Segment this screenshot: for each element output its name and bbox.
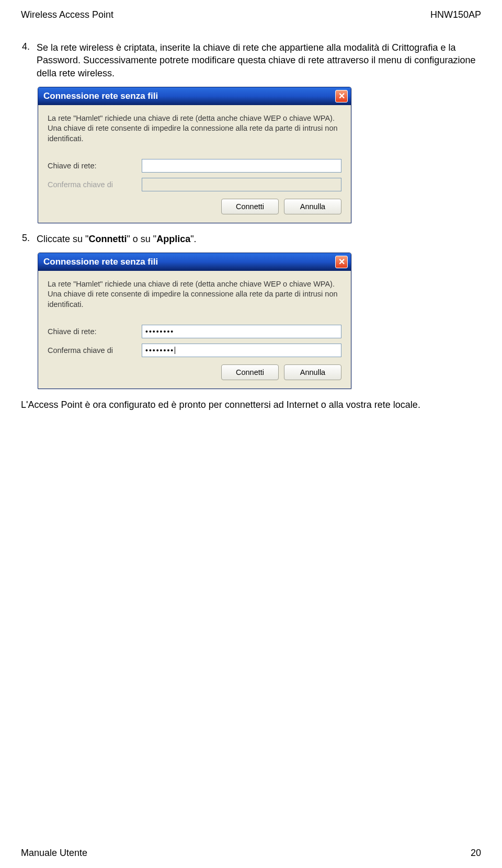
step-5: 5. Cliccate su "Connetti" o su "Applica"… xyxy=(21,233,481,245)
key-input[interactable]: •••••••• xyxy=(142,325,341,338)
dialog-titlebar: Connessione rete senza fili ✕ xyxy=(38,87,351,105)
footer-left: Manuale Utente xyxy=(21,848,87,859)
cancel-button[interactable]: Annulla xyxy=(284,364,341,380)
step-5-text: Cliccate su "Connetti" o su "Applica". xyxy=(37,233,481,245)
step-4-text: Se la rete wireless è criptata, inserite… xyxy=(37,41,481,79)
step-4: 4. Se la rete wireless è criptata, inser… xyxy=(21,41,481,79)
page-number: 20 xyxy=(471,848,481,859)
cancel-button[interactable]: Annulla xyxy=(284,199,341,214)
dialog-titlebar: Connessione rete senza fili ✕ xyxy=(38,253,351,271)
dialog-body: La rete "Hamlet" richiede una chiave di … xyxy=(38,271,351,389)
confirm-key-label: Conferma chiave di xyxy=(48,180,142,189)
confirm-key-label: Conferma chiave di xyxy=(48,346,142,355)
header-right: HNW150AP xyxy=(430,9,481,20)
confirm-key-input[interactable] xyxy=(142,178,341,191)
key-input[interactable] xyxy=(142,159,341,173)
close-icon: ✕ xyxy=(338,92,345,100)
key-label: Chiave di rete: xyxy=(48,162,142,170)
step-5-number: 5. xyxy=(21,233,37,245)
close-button[interactable]: ✕ xyxy=(335,256,348,268)
dialog-explanation: La rete "Hamlet" richiede una chiave di … xyxy=(48,279,341,310)
connect-button[interactable]: Connetti xyxy=(221,364,279,380)
dialog-connect-filled: Connessione rete senza fili ✕ La rete "H… xyxy=(38,253,351,389)
dialog-body: La rete "Hamlet" richiede una chiave di … xyxy=(38,105,351,223)
connect-button[interactable]: Connetti xyxy=(221,199,279,214)
step-4-number: 4. xyxy=(21,41,37,79)
confirm-key-input[interactable]: •••••••• xyxy=(142,344,341,357)
close-icon: ✕ xyxy=(338,258,345,266)
close-button[interactable]: ✕ xyxy=(335,90,348,102)
closing-text: L'Access Point è ora configurato ed è pr… xyxy=(21,398,481,411)
dialog-title: Connessione rete senza fili xyxy=(43,257,158,267)
dialog-title: Connessione rete senza fili xyxy=(43,91,158,101)
dialog-explanation: La rete "Hamlet" richiede una chiave di … xyxy=(48,113,341,144)
header-left: Wireless Access Point xyxy=(21,9,113,20)
dialog-connect-empty: Connessione rete senza fili ✕ La rete "H… xyxy=(38,87,351,223)
key-label: Chiave di rete: xyxy=(48,327,142,336)
